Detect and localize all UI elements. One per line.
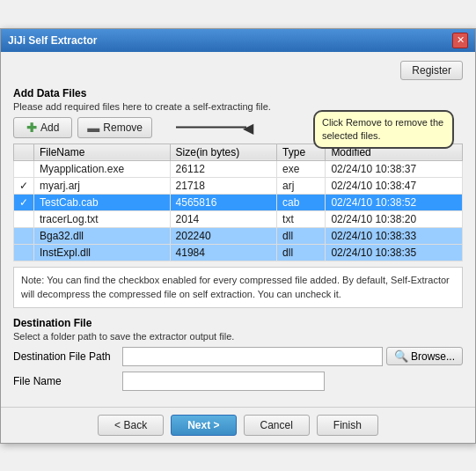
- content-area: Register Add Data Files Please add requi…: [1, 52, 475, 407]
- destination-desc: Select a folder path to save the extract…: [13, 331, 463, 342]
- row-type: cab: [277, 194, 326, 210]
- row-check: [14, 227, 34, 244]
- register-button[interactable]: Register: [400, 61, 463, 80]
- row-modified: 02/24/10 10:38:47: [326, 177, 463, 194]
- row-check: [14, 160, 34, 177]
- row-filename: Bga32.dll: [34, 227, 171, 244]
- col-size: Size(in bytes): [170, 144, 276, 160]
- row-size: 4565816: [170, 194, 276, 210]
- row-check: [14, 244, 34, 261]
- filename-row: File Name: [13, 372, 463, 391]
- row-modified: 02/24/10 10:38:20: [326, 210, 463, 227]
- row-modified: 02/24/10 10:38:37: [326, 160, 463, 177]
- row-check: ✓: [14, 177, 34, 194]
- row-type: txt: [277, 210, 326, 227]
- row-modified: 02/24/10 10:38:35: [326, 244, 463, 261]
- register-row: Register: [13, 61, 463, 80]
- tooltip-arrow-container: ◀: [176, 119, 253, 136]
- row-filename: TestCab.cab: [34, 194, 171, 210]
- row-size: 2014: [170, 210, 276, 227]
- title-bar: JiJi Self Extractor ✕: [1, 29, 475, 52]
- finish-button[interactable]: Finish: [317, 415, 378, 436]
- path-row: Destination File Path 🔍 Browse...: [13, 347, 463, 366]
- row-type: dll: [277, 244, 326, 261]
- row-filename: InstExpl.dll: [34, 244, 171, 261]
- destination-section: Destination File Select a folder path to…: [13, 317, 463, 391]
- cancel-button[interactable]: Cancel: [244, 415, 310, 436]
- search-icon: 🔍: [394, 350, 408, 363]
- col-filename: FileName: [34, 144, 171, 160]
- browse-button[interactable]: 🔍 Browse...: [386, 347, 463, 365]
- table-row[interactable]: InstExpl.dll 41984 dll 02/24/10 10:38:35: [14, 244, 463, 261]
- row-filename: tracerLog.txt: [34, 210, 171, 227]
- table-row[interactable]: ✓ TestCab.cab 4565816 cab 02/24/10 10:38…: [14, 194, 463, 210]
- tooltip-bubble: Click Remove to remove the selected file…: [313, 110, 454, 150]
- add-button[interactable]: ✚ Add: [13, 117, 72, 138]
- row-modified: 02/24/10 10:38:33: [326, 227, 463, 244]
- row-type: exe: [277, 160, 326, 177]
- table-row[interactable]: Myapplication.exe 26112 exe 02/24/10 10:…: [14, 160, 463, 177]
- row-size: 41984: [170, 244, 276, 261]
- table-row[interactable]: Bga32.dll 202240 dll 02/24/10 10:38:33: [14, 227, 463, 244]
- table-row[interactable]: tracerLog.txt 2014 txt 02/24/10 10:38:20: [14, 210, 463, 227]
- filename-input[interactable]: [122, 372, 325, 391]
- tooltip-line: [176, 127, 246, 129]
- section-title: Add Data Files: [13, 87, 463, 99]
- remove-button[interactable]: ▬ Remove: [77, 117, 152, 138]
- col-check: [14, 144, 34, 160]
- row-size: 21718: [170, 177, 276, 194]
- path-label: Destination File Path: [13, 350, 119, 363]
- next-button[interactable]: Next >: [171, 415, 236, 436]
- bottom-nav: < Back Next > Cancel Finish: [1, 407, 475, 443]
- window-title: JiJi Self Extractor: [8, 34, 97, 47]
- row-type: dll: [277, 227, 326, 244]
- main-window: JiJi Self Extractor ✕ Register Add Data …: [0, 28, 476, 444]
- table-row[interactable]: ✓ myarj.arj 21718 arj 02/24/10 10:38:47: [14, 177, 463, 194]
- destination-path-input[interactable]: [122, 347, 383, 366]
- minus-icon: ▬: [87, 121, 99, 135]
- row-check: [14, 210, 34, 227]
- filename-label: File Name: [13, 375, 119, 387]
- row-size: 26112: [170, 160, 276, 177]
- back-button[interactable]: < Back: [98, 415, 164, 436]
- row-filename: Myapplication.exe: [34, 160, 171, 177]
- close-button[interactable]: ✕: [452, 33, 468, 48]
- destination-title: Destination File: [13, 317, 463, 329]
- file-table: FileName Size(in bytes) Type Modified My…: [13, 144, 463, 261]
- row-filename: myarj.arj: [34, 177, 171, 194]
- row-type: arj: [277, 177, 326, 194]
- row-modified: 02/24/10 10:38:52: [326, 194, 463, 210]
- buttons-row: ✚ Add ▬ Remove ◀ Click Remove to remove …: [13, 117, 463, 138]
- row-size: 202240: [170, 227, 276, 244]
- arrow-left-icon: ◀: [243, 119, 253, 136]
- row-check: ✓: [14, 194, 34, 210]
- note-box: Note: You can find the checkbox enabled …: [13, 267, 463, 308]
- plus-icon: ✚: [26, 121, 37, 135]
